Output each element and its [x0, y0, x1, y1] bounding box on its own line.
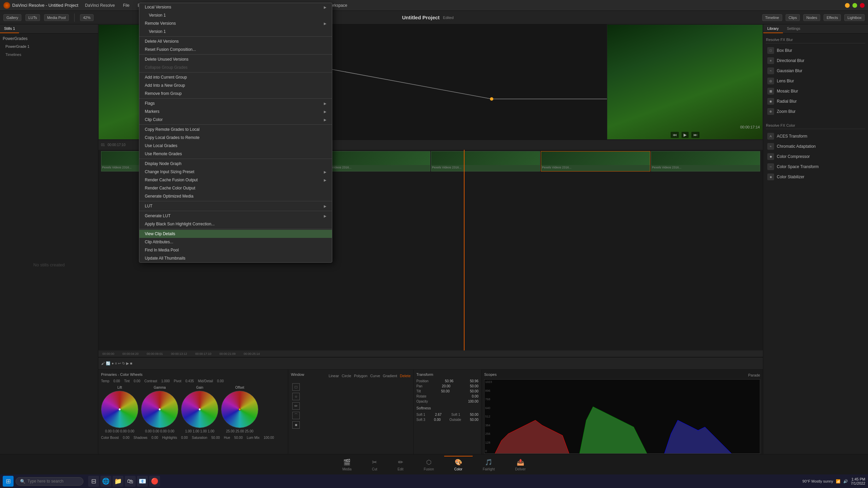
gallery-button[interactable]: Gallery [3, 14, 21, 21]
pan-val-2[interactable]: 50.00 [470, 384, 478, 388]
taskbar-store[interactable]: 🛍 [125, 476, 136, 487]
polygon-tool[interactable]: Polygon [354, 374, 368, 378]
ctx-render-cache-color[interactable]: Render Cache Color Output [139, 184, 332, 192]
pos-val-2[interactable]: 50.96 [470, 379, 478, 383]
media-pool-button[interactable]: Media Pool [44, 14, 69, 21]
ctx-lut[interactable]: LUT ▶ [139, 202, 332, 210]
ctx-render-cache-fusion[interactable]: Render Cache Fusion Output ▶ [139, 176, 332, 184]
minimize-button[interactable] [845, 3, 850, 8]
tilt-val[interactable]: 50.00 [441, 389, 450, 393]
saturation-val[interactable]: 50.00 [211, 436, 220, 440]
curve-tool[interactable]: Curve [370, 374, 380, 378]
powergrade-1[interactable]: PowerGrade 1 [3, 43, 95, 50]
ctx-delete-all[interactable]: Delete All Versions [139, 37, 332, 45]
ctx-update-thumbnails[interactable]: Update All Thumbnails [139, 254, 332, 262]
ctx-add-new-group[interactable]: Add Into a New Group [139, 81, 332, 89]
scopes-mode[interactable]: Parade [748, 373, 760, 377]
ctx-remove-group[interactable]: Remove from Group [139, 89, 332, 98]
square-shape[interactable]: □ [292, 383, 300, 391]
pivot-val[interactable]: 0.435 [185, 379, 194, 383]
fx-color-stabilizer[interactable]: ◈ Color Stabilizer [766, 172, 865, 182]
linear-tool[interactable]: Linear [329, 374, 339, 378]
close-button[interactable] [860, 3, 865, 8]
temp-val[interactable]: 0.00 [113, 379, 120, 383]
fx-zoom-blur[interactable]: ⊕ Zoom Blur [766, 106, 865, 117]
fx-directional-blur[interactable]: ≡ Directional Blur [766, 56, 865, 66]
zoom-button[interactable]: 42% [80, 14, 94, 21]
fx-color-space-transform[interactable]: ↔ Color Space Transform [766, 162, 865, 172]
taskbar-chrome[interactable]: 🔴 [149, 476, 160, 487]
fill-shape[interactable]: ■ [292, 421, 300, 429]
ctx-view-clip-details[interactable]: View Clip Details [139, 230, 332, 238]
fx-radial-blur[interactable]: ◉ Radial Blur [766, 96, 865, 106]
taskbar-edge[interactable]: 🌐 [100, 476, 111, 487]
ctx-copy-local-remote[interactable]: Copy Local Grades to Remote [139, 134, 332, 142]
ctx-local-versions[interactable]: Local Versions ▶ [139, 3, 332, 11]
effects-button[interactable]: Effects [824, 14, 841, 21]
tab-library[interactable]: Library [763, 24, 783, 33]
tint-val[interactable]: 0.00 [134, 379, 140, 383]
tab-fairlight[interactable]: 🎵 Fairlight [473, 456, 505, 473]
clips-button[interactable]: Clips [786, 14, 800, 21]
ctx-find-media-pool[interactable]: Find In Media Pool [139, 246, 332, 254]
opacity-val[interactable]: 100.00 [468, 400, 478, 403]
timeline-clip-3[interactable]: Pexels Videos 2316... [321, 151, 430, 171]
soft3-val[interactable]: 0.00 [434, 418, 440, 422]
contrast-val[interactable]: 1.000 [161, 379, 170, 383]
ctx-generate-optimized[interactable]: Generate Optimized Media [139, 192, 332, 200]
circle-shape[interactable]: ○ [292, 393, 300, 400]
ctx-markers[interactable]: Markers ▶ [139, 107, 332, 116]
pan-val[interactable]: 20.00 [442, 384, 450, 388]
fx-box-blur[interactable]: □ Box Blur [766, 45, 865, 56]
taskbar-mail[interactable]: 📧 [137, 476, 148, 487]
curve-shape[interactable]: ⌒ [292, 412, 300, 419]
shadows-val[interactable]: 0.00 [152, 436, 158, 440]
fx-gaussian-blur[interactable]: ~ Gaussian Blur [766, 66, 865, 76]
ctx-version1-remote[interactable]: Version 1 [139, 27, 332, 36]
tab-media[interactable]: 🎬 Media [332, 456, 362, 473]
fx-lens-blur[interactable]: ◎ Lens Blur [766, 76, 865, 86]
search-input[interactable] [27, 479, 75, 484]
out-play-btn[interactable]: ▶ [682, 132, 689, 138]
tab-settings[interactable]: Settings [783, 24, 805, 33]
maximize-button[interactable] [852, 3, 857, 8]
taskbar-task-view[interactable]: ⊟ [88, 476, 99, 487]
ctx-clip-attributes[interactable]: Clip Attributes... [139, 238, 332, 246]
out-next-btn[interactable]: ⏭ [691, 132, 699, 138]
timeline-clip-5[interactable]: Pexels Videos 2316... [541, 151, 650, 171]
highlights-val[interactable]: 0.00 [181, 436, 188, 440]
lum-mix-val[interactable]: 100.00 [264, 436, 274, 440]
gamma-color-wheel[interactable] [141, 391, 178, 428]
offset-color-wheel[interactable] [221, 391, 258, 428]
fx-aces-transform[interactable]: A ACES Transform [766, 131, 865, 141]
color-boost-val[interactable]: 0.00 [123, 436, 129, 440]
hue-val[interactable]: 50.00 [234, 436, 243, 440]
ctx-use-local[interactable]: Use Local Grades [139, 142, 332, 150]
soft1-r-val[interactable]: 50.00 [470, 413, 478, 416]
fx-mosaic-blur[interactable]: ▦ Mosaic Blur [766, 86, 865, 96]
start-button[interactable]: ⊞ [3, 476, 14, 487]
timeline-clip-4[interactable]: Pexels Videos 2316... [431, 151, 540, 171]
timeline-button[interactable]: Timeline [762, 14, 782, 21]
circle-tool[interactable]: Circle [342, 374, 351, 378]
ctx-remote-versions[interactable]: Remote Versions ▶ [139, 19, 332, 27]
soft1-val[interactable]: 2.67 [435, 413, 441, 416]
luts-button[interactable]: LUTs [25, 14, 40, 21]
tab-fusion[interactable]: ⬡ Fusion [414, 456, 444, 473]
tab-color[interactable]: 🎨 Color [444, 456, 473, 473]
ctx-display-node[interactable]: Display Node Graph [139, 160, 332, 168]
pos-val-1[interactable]: 50.96 [445, 379, 453, 383]
ctx-generate-lut[interactable]: Generate LUT ▶ [139, 212, 332, 220]
mid-detail-val[interactable]: 0.00 [217, 379, 223, 383]
out-prev-btn[interactable]: ⏮ [671, 132, 679, 138]
lift-color-wheel[interactable] [101, 391, 138, 428]
gradient-tool[interactable]: Gradient [383, 374, 397, 378]
fx-color-compressor[interactable]: ◆ Color Compressor [766, 151, 865, 162]
ctx-flags[interactable]: Flags ▶ [139, 99, 332, 107]
lightbox-button[interactable]: Lightbox [844, 14, 865, 21]
ctx-clip-color[interactable]: Clip Color ▶ [139, 116, 332, 124]
pen-shape[interactable]: ✏ [292, 402, 300, 410]
timeline-clip-6[interactable]: Pexels Videos 2316... [651, 151, 760, 171]
nodes-button[interactable]: Nodes [803, 14, 820, 21]
ctx-change-input[interactable]: Change Input Sizing Preset ▶ [139, 168, 332, 176]
